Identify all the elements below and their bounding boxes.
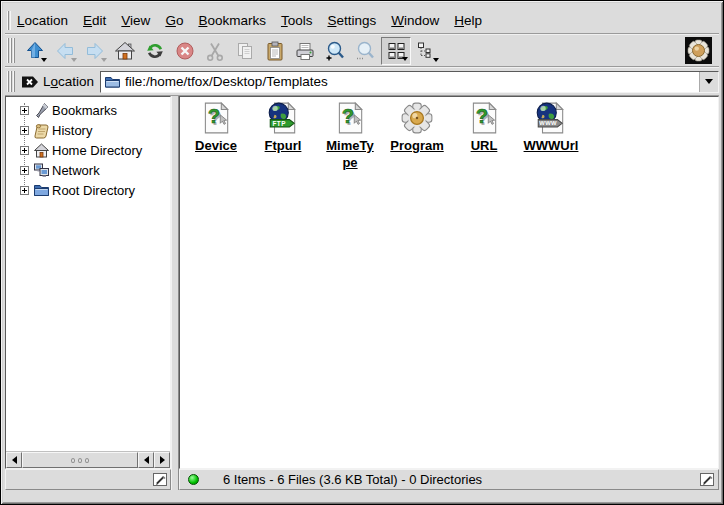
menu-settings[interactable]: Settings (327, 10, 376, 31)
bookmark-icon (33, 102, 50, 119)
scroll-left-button-2[interactable] (138, 452, 154, 468)
file-label: URL (471, 138, 498, 155)
home-icon (114, 40, 136, 62)
stop-button[interactable] (171, 37, 199, 65)
sidebar-statusbar (5, 469, 171, 490)
scroll-right-button[interactable] (154, 452, 170, 468)
www-globe-file-icon: WWW (534, 101, 568, 135)
expand-plus-icon[interactable] (20, 186, 29, 195)
unknown-file-icon: ? ? (467, 101, 501, 135)
menu-edit[interactable]: Edit (83, 10, 106, 31)
sidebar-tree: Bookmarks History (6, 97, 170, 451)
file-item-mimetype[interactable]: ? ? MimeType (319, 101, 381, 172)
folder-view[interactable]: ? ? Device (179, 96, 719, 469)
copy-button[interactable] (231, 37, 259, 65)
menu-tools[interactable]: Tools (281, 10, 313, 31)
menu-view[interactable]: View (121, 10, 150, 31)
tree-view-button[interactable] (413, 37, 441, 65)
file-item-url[interactable]: ? ? URL (453, 101, 515, 155)
file-item-ftpurl[interactable]: FTP Ftpurl (252, 101, 314, 155)
zoom-out-icon (354, 40, 376, 62)
expand-plus-icon[interactable] (20, 146, 29, 155)
file-item-wwwurl[interactable]: WWW WWWUrl (520, 101, 582, 155)
home-icon (33, 142, 50, 159)
menu-window[interactable]: Window (391, 10, 439, 31)
svg-text:FTP: FTP (272, 120, 286, 127)
scroll-left-button[interactable] (6, 452, 22, 468)
location-input[interactable]: file:/home/tfox/Desktop/Templates (100, 71, 719, 93)
sidebar-item-root-directory[interactable]: Root Directory (6, 180, 170, 200)
reload-icon (144, 40, 166, 62)
folder-icon (33, 182, 50, 199)
menu-bookmarks[interactable]: Bookmarks (198, 10, 266, 31)
printer-icon (294, 40, 316, 62)
paste-button[interactable] (261, 37, 289, 65)
expand-plus-icon[interactable] (20, 166, 29, 175)
sidebar-item-network[interactable]: Network (6, 160, 170, 180)
file-label: Program (390, 138, 443, 155)
icon-view-button[interactable] (381, 37, 411, 65)
forward-button[interactable] (81, 37, 109, 65)
menu-location[interactable]: Location (17, 10, 68, 31)
status-text: 6 Items - 6 Files (3.6 KB Total) - 0 Dir… (223, 472, 482, 487)
reload-button[interactable] (141, 37, 169, 65)
active-view-indicator[interactable] (153, 473, 167, 486)
location-value: file:/home/tfox/Desktop/Templates (125, 74, 328, 89)
expand-plus-icon[interactable] (20, 106, 29, 115)
check-pen-icon (701, 474, 715, 487)
file-label: MimeType (324, 138, 376, 172)
menubar: Location Edit View Go Bookmarks Tools Se… (5, 8, 719, 34)
status-splitter (171, 469, 179, 490)
view-splitter[interactable] (171, 96, 179, 469)
menu-help[interactable]: Help (454, 10, 482, 31)
folder-icon (104, 74, 121, 89)
zoom-in-button[interactable] (321, 37, 349, 65)
toolbar-grip[interactable] (7, 38, 15, 63)
active-view-indicator[interactable] (700, 473, 714, 486)
cut-button[interactable] (201, 37, 229, 65)
main-toolbar (5, 35, 719, 67)
up-button[interactable] (21, 37, 49, 65)
zoom-out-button[interactable] (351, 37, 379, 65)
location-toolbar: Location file:/home/tfox/Desktop/Templat… (5, 68, 719, 96)
unknown-file-icon: ? ? (333, 101, 367, 135)
sidebar-item-history[interactable]: History (6, 120, 170, 140)
svg-text:?: ? (208, 105, 220, 127)
file-item-program[interactable]: Program (386, 101, 448, 155)
file-label: Ftpurl (265, 138, 302, 155)
location-dropdown-button[interactable] (699, 72, 718, 92)
history-scroll-icon (33, 122, 50, 139)
menubar-grip[interactable] (7, 11, 11, 30)
kde-gear-throbber[interactable] (685, 37, 712, 64)
sidebar-item-home-directory[interactable]: Home Directory (6, 140, 170, 160)
file-item-device[interactable]: ? ? Device (185, 101, 247, 155)
ftp-globe-file-icon: FTP (266, 101, 300, 135)
stop-icon (174, 40, 196, 62)
clear-location-icon[interactable] (21, 74, 39, 90)
sidebar-item-bookmarks[interactable]: Bookmarks (6, 100, 170, 120)
gear-logo-icon (687, 39, 710, 62)
print-button[interactable] (291, 37, 319, 65)
copy-icon (234, 40, 256, 62)
svg-text:?: ? (342, 105, 354, 127)
locationbar-grip[interactable] (7, 71, 15, 92)
home-button[interactable] (111, 37, 139, 65)
network-icon (33, 162, 50, 179)
svg-text:WWW: WWW (539, 120, 557, 126)
status-led (188, 474, 199, 485)
zoom-in-icon (324, 40, 346, 62)
scrollbar-thumb[interactable] (22, 452, 138, 468)
file-label: WWWUrl (524, 138, 579, 155)
sidebar-hscrollbar[interactable] (6, 451, 170, 468)
konqueror-window: Location Edit View Go Bookmarks Tools Se… (0, 0, 724, 505)
unknown-file-icon: ? ? (199, 101, 233, 135)
location-label: Location (43, 74, 94, 89)
expand-plus-icon[interactable] (20, 126, 29, 135)
check-pen-icon (154, 474, 168, 487)
back-button[interactable] (51, 37, 79, 65)
content-area: Bookmarks History (5, 96, 719, 469)
main-statusbar: 6 Items - 6 Files (3.6 KB Total) - 0 Dir… (179, 469, 719, 490)
menu-go[interactable]: Go (165, 10, 183, 31)
status-band: 6 Items - 6 Files (3.6 KB Total) - 0 Dir… (5, 469, 719, 490)
file-label: Device (195, 138, 237, 155)
